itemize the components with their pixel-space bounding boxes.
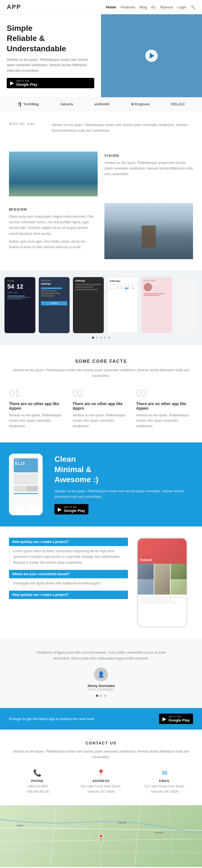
logo-techmag: T▌ TechMag: [18, 102, 39, 106]
who-label: WHO WE ARE: [9, 122, 42, 134]
slider-dots: [0, 337, 202, 339]
faq-section: How quickly can I create a project? Lore…: [0, 526, 202, 639]
faq-q-2[interactable]: Where are your consultants based?: [9, 570, 128, 578]
contact-email-detail: 512 Lake Forest Drive Street, Katonah, N…: [136, 784, 193, 794]
slide-6: [176, 277, 198, 333]
logo: APP: [7, 3, 21, 11]
phone-mockup: Hello $1.13: [9, 454, 42, 515]
faq-q-1[interactable]: How quickly can I create a project?: [9, 538, 128, 546]
map-svg: Kapta Katonah Guanabo: [0, 805, 202, 867]
slider-track: Monthly 54 12 Adam Lane: [0, 277, 202, 333]
navbar: APP Home Features Blog K2 Ryanna Login 🔍: [0, 0, 202, 14]
mission-box: MISSION Etiam porta sem malesuada magna …: [9, 203, 98, 259]
faq-right: Featured: [137, 538, 193, 627]
dot-2[interactable]: [96, 337, 98, 339]
faq-q-3[interactable]: How quickly can I create a project?: [9, 591, 128, 599]
facts-grid: 01 There are no other app like Appeo Aen…: [9, 388, 193, 429]
google-play-badge[interactable]: ▶ GET IT ON Google Play: [7, 78, 94, 88]
slide-1: Monthly 54 12 Adam Lane: [4, 277, 35, 333]
nav-ryanna[interactable]: Ryanna: [160, 5, 173, 9]
email-icon: ✉: [136, 769, 193, 777]
hero-section: Simple Reliable & Understandable Aenean …: [0, 14, 202, 97]
faq-phone-mockup: Featured: [137, 538, 187, 627]
faq-a-1: Lorem ipsum dolor sit amet, consectetur …: [9, 548, 128, 565]
who-text: Aenean eu leo quam. Pellentesque ornare …: [52, 122, 193, 134]
slide-4: February SMTWTFS 12345 6789101112: [107, 277, 138, 333]
fact-3: 03 There are no other app like Appeo Aen…: [136, 388, 193, 429]
download-gplay-badge[interactable]: ▶ GET IT ON Google Play: [159, 714, 193, 724]
dot-4[interactable]: [104, 337, 106, 339]
cta-description: Aenean eu leo quam. Pellentesque ornare …: [54, 488, 193, 500]
facts-subtitle: Aenean eu leo quam. Pellentesque ornare …: [9, 367, 193, 379]
testimonial-role: UI/UX DESIGNER: [9, 688, 193, 691]
play-button[interactable]: [145, 50, 158, 62]
faq-a-2: Investigate the digital divide with addi…: [9, 581, 128, 586]
cta-gplay-badge[interactable]: ▶ GET IT ON Google Play: [54, 504, 88, 515]
download-bar: Enough to get the latest app to explore …: [0, 708, 202, 730]
facts-section: SOME CORE FACTS Aenean eu leo quam. Pell…: [0, 345, 202, 442]
testimonial-avatar: 👤: [94, 668, 108, 681]
tdot-2[interactable]: [100, 694, 102, 697]
footer: f t G+ in © 2016 Designed by colorx/psd …: [0, 867, 202, 868]
hero-headline: Simple Reliable & Understandable: [7, 23, 94, 54]
contact-phone: 📞 Phone +954.314.0354 +305.844.932.45: [9, 769, 66, 794]
tdot-3[interactable]: [104, 694, 106, 697]
play-icon-3: ▶: [163, 716, 166, 722]
nav-features[interactable]: Features: [121, 5, 135, 9]
dot-5[interactable]: [108, 337, 110, 339]
svg-point-7: [99, 834, 103, 838]
person-image: [104, 203, 193, 259]
play-icon-2: ▶: [58, 506, 62, 513]
slider-section: Monthly 54 12 Adam Lane: [0, 270, 202, 345]
nav-login[interactable]: Login: [177, 5, 186, 9]
play-icon: ▶: [10, 80, 14, 86]
faq-item-1: How quickly can I create a project? Lore…: [9, 538, 128, 565]
hero-description: Aenean eu leo quam. Pellentesque ornare …: [7, 57, 94, 73]
logo-akismith: akiSmith: [94, 102, 109, 106]
cta-phone-mockup: Hello $1.13: [9, 454, 46, 515]
testimonial-quote: Vestibulum id ligula porta felis euismod…: [31, 650, 171, 662]
blue-cta-section: Hello $1.13 Clean Minimal & Awesome :) A…: [0, 442, 202, 526]
tdot-1[interactable]: [96, 694, 98, 697]
faq-left: How quickly can I create a project? Lore…: [9, 538, 128, 627]
mountain-image: [9, 152, 98, 196]
fact-1: 01 There are no other app like Appeo Aen…: [9, 388, 66, 429]
dot-3[interactable]: [100, 337, 102, 339]
logo-jakarta: Jakarta: [60, 102, 73, 106]
contact-phone-detail: +954.314.0354 +305.844.932.45: [9, 784, 66, 794]
facts-title: SOME CORE FACTS: [9, 359, 193, 364]
vision-box: VISION Aenean eu leo quam. Pellentesque …: [104, 152, 193, 196]
slide-3: Settings: [73, 277, 104, 333]
dot-1[interactable]: [92, 337, 94, 339]
testimonial-dots: [9, 694, 193, 697]
download-text: Enough to get the latest app to explore …: [9, 717, 94, 721]
search-icon[interactable]: 🔍: [191, 5, 195, 9]
map-section: Kapta Katonah Guanabo: [0, 805, 202, 867]
logo-kelaci: KELACI: [171, 102, 184, 106]
hero-left: Simple Reliable & Understandable Aenean …: [0, 14, 101, 97]
logo-englund: ⊕ Englund: [131, 102, 150, 106]
svg-line-3: [51, 805, 56, 867]
nav-home[interactable]: Home: [106, 5, 116, 9]
svg-line-5: [135, 805, 140, 867]
contact-section: CONTACT US Aenean eu leo quam. Pellentes…: [0, 730, 202, 805]
fact-2: 02 There are no other app like Appro Aen…: [73, 388, 129, 429]
cta-text: Clean Minimal & Awesome :) Aenean eu leo…: [54, 454, 193, 515]
contact-subtitle: Aenean eu leo quam. Pellentesque ornare …: [9, 749, 193, 760]
faq-item-2: Where are your consultants based? Invest…: [9, 570, 128, 586]
contact-address: 📍 Address 512 Lake Forest Drive Street, …: [73, 769, 129, 794]
nav-blog[interactable]: Blog: [139, 5, 147, 9]
testimonial-name: Jenny Gonzales: [9, 684, 193, 688]
nav-links: Home Features Blog K2 Ryanna Login 🔍: [106, 5, 195, 9]
contact-grid: 📞 Phone +954.314.0354 +305.844.932.45 📍 …: [9, 769, 193, 794]
svg-line-2: [0, 850, 202, 853]
nav-k2[interactable]: K2: [151, 5, 156, 9]
location-icon: 📍: [73, 769, 129, 777]
contact-address-detail: 512 Lake Forest Drive Street, Katonah, N…: [73, 784, 129, 794]
logos-bar: T▌ TechMag Jakarta akiSmith ⊕ Englund KE…: [0, 97, 202, 111]
slide-2: Adam Lane Settings Continue: [39, 277, 69, 333]
vm-section: VISION Aenean eu leo quam. Pellentesque …: [0, 152, 202, 270]
contact-title: CONTACT US: [9, 741, 193, 745]
svg-text:Kapta: Kapta: [17, 824, 24, 827]
phone-icon: 📞: [9, 769, 66, 777]
